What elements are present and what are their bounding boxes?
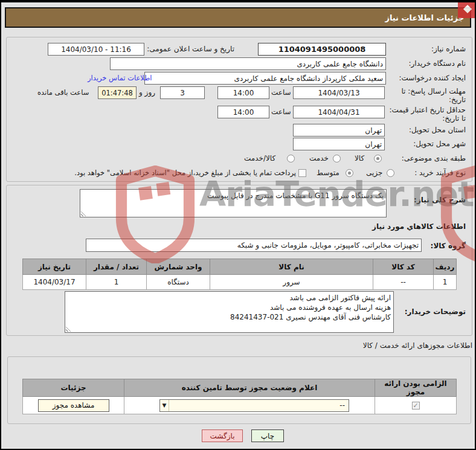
deadline-hour-label: ساعت: [271, 88, 291, 97]
radio-goods-label: کالا: [355, 154, 364, 162]
permits-table: الزامی بودن ارائه مجوز اعلام وضعیت مجوز …: [22, 379, 457, 414]
permits-cell-status: -- ▼: [124, 397, 375, 414]
goods-cell-name: سرور: [210, 275, 373, 290]
need-number-field[interactable]: 1104091495000008: [258, 43, 386, 56]
need-number-label: شماره نیاز:: [431, 45, 466, 53]
goods-table: ردیف کد کالا نام کالا واحد شمارش تعداد /…: [22, 259, 457, 290]
page-title: جزئیات اطلاعات نیاز: [385, 13, 464, 22]
need-desc-textarea[interactable]: یک دستگاه سرور G11 با مشخصات مندرج در فا…: [80, 189, 387, 217]
chevron-down-icon: ▼: [160, 400, 169, 411]
announce-label: تاریخ و ساعت اعلان عمومی:: [147, 45, 234, 53]
countdown-suffix-label: ساعت باقی مانده: [37, 88, 89, 97]
radio-minor-label: جزیی: [366, 169, 382, 177]
permits-col-details: جزئیات: [23, 379, 124, 397]
permits-heading: اطلاعات مجوزهای ارائه خدمت / کالا: [363, 341, 472, 350]
deadline-label: مهلت ارسال پاسخ: تا تاریخ:: [388, 87, 466, 104]
radio-medium-label: متوسط: [317, 169, 339, 177]
need-desc-label: شرح کلی نیاز:: [414, 196, 466, 204]
buyer-notes-label: توضیحات خریدار:: [405, 307, 466, 316]
validity-label: حداقل تاریخ اعتبار قیمت: تا تاریخ:: [386, 106, 466, 123]
goods-col-date: تاریخ نیاز: [23, 259, 86, 275]
buyer-org-field[interactable]: دانشگاه جامع علمی کاربردی: [110, 57, 386, 70]
announce-datetime-field[interactable]: 1404/03/10 - 11:16: [48, 43, 144, 56]
deadline-date-field[interactable]: 1404/03/13: [293, 86, 385, 99]
countdown-field: 01:47:48: [98, 86, 137, 99]
goods-group-label: گروه کالا:: [431, 242, 466, 250]
need-details-page: { "watermark": { "text": "AriaTender.net…: [0, 0, 476, 450]
province-label: استان محل تحویل:: [409, 126, 466, 134]
permits-col-required: الزامی بودن ارائه مجوز: [375, 379, 457, 397]
validity-date-field[interactable]: 1404/04/31: [293, 106, 385, 118]
buyer-contact-link[interactable]: اطلاعات تماس خریدار: [88, 74, 152, 82]
validity-hour-label: ساعت: [271, 108, 291, 116]
radio-goods-service[interactable]: [287, 155, 295, 162]
goods-col-row: ردیف: [434, 259, 457, 275]
permit-status-select[interactable]: -- ▼: [159, 399, 349, 412]
radio-medium[interactable]: [346, 169, 353, 177]
process-label: نوع فرآیند خرید :: [414, 169, 466, 177]
goods-col-qty: تعداد / مقدار: [86, 259, 147, 275]
goods-col-unit: واحد شمارش: [147, 259, 210, 275]
radio-service[interactable]: [333, 155, 341, 162]
goods-cell-code: --: [373, 275, 434, 290]
print-button[interactable]: چاپ: [251, 429, 284, 442]
goods-cell-date: 1404/03/17: [23, 275, 86, 290]
page-title-bar: جزئیات اطلاعات نیاز: [5, 7, 471, 28]
goods-group-field[interactable]: تجهیزات مخابراتی، کامپیوتر، موبایل، ملزو…: [86, 239, 422, 252]
days-suffix-label: روز و: [139, 88, 155, 97]
permits-cell-details: مشاهده مجوز: [23, 397, 124, 414]
goods-table-row: 1 -- سرور دستگاه 1 1404/03/17: [23, 275, 457, 290]
treasury-checkbox[interactable]: [298, 169, 306, 177]
radio-service-label: خدمت: [309, 154, 329, 162]
creator-field[interactable]: سعید ملکی کارپرداز دانشگاه جامع علمی کار…: [144, 72, 386, 85]
category-label: طبقه بندی موضوعی:: [402, 154, 466, 162]
goods-cell-row: 1: [434, 275, 457, 290]
goods-table-header-row: ردیف کد کالا نام کالا واحد شمارش تعداد /…: [23, 259, 457, 275]
permits-cell-required: ✓: [375, 397, 457, 414]
province-field[interactable]: تهران: [293, 124, 385, 137]
permit-required-checkbox[interactable]: ✓: [412, 402, 420, 410]
goods-cell-unit: دستگاه: [147, 275, 210, 290]
permits-col-status: اعلام وضعیت مجوز توسط تامین کننده: [124, 379, 375, 397]
buyer-notes-textarea[interactable]: ارائه پیش فاکتور الزامی می باشد هزینه ار…: [65, 291, 394, 333]
resize-grip-icon[interactable]: [66, 325, 72, 332]
goods-col-code: کد کالا: [373, 259, 434, 275]
creator-label: ایجاد کننده درخواست:: [399, 74, 466, 82]
radio-goods[interactable]: [374, 155, 382, 162]
goods-heading: اطلاعات کالاهاي مورد نیاز: [372, 222, 466, 231]
buyer-org-label: نام دستگاه خریدار:: [409, 59, 466, 68]
resize-grip-icon[interactable]: [81, 210, 88, 216]
deadline-time-field[interactable]: 14:00: [217, 86, 269, 99]
city-field[interactable]: تهران: [293, 138, 385, 150]
city-label: شهر محل تحویل:: [413, 140, 466, 148]
permits-table-row: ✓ -- ▼ مشاهده مجوز: [23, 397, 457, 414]
view-permit-button[interactable]: مشاهده مجوز: [38, 399, 109, 412]
permits-table-header-row: الزامی بودن ارائه مجوز اعلام وضعیت مجوز …: [23, 379, 457, 397]
radio-minor[interactable]: [387, 169, 394, 177]
back-button[interactable]: بازگشت: [202, 429, 243, 442]
radio-goods-service-label: کالا/خدمت: [244, 154, 275, 162]
goods-col-name: نام کالا: [210, 259, 373, 275]
validity-time-field[interactable]: 14:00: [217, 106, 269, 118]
goods-cell-qty: 1: [86, 275, 147, 290]
treasury-checkbox-label: پرداخت تمام یا بخشی از مبلغ خرید،از محل …: [72, 169, 296, 177]
permit-status-value: --: [339, 401, 345, 410]
days-remaining-field[interactable]: 3: [160, 86, 205, 99]
